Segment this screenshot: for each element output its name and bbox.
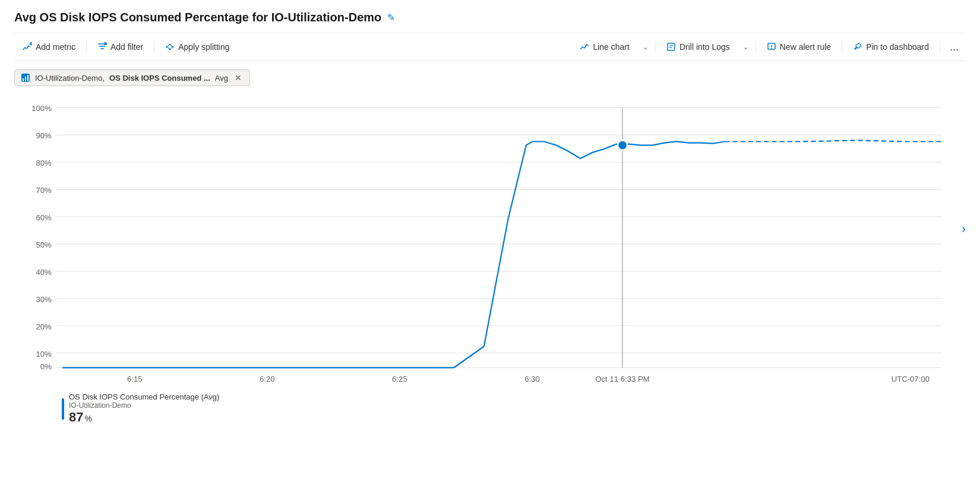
legend-title: OS Disk IOPS Consumed Percentage (Avg) [69, 392, 219, 401]
svg-point-8 [169, 49, 171, 50]
add-metric-icon [23, 42, 32, 52]
svg-text:6:20: 6:20 [260, 375, 275, 383]
add-metric-button[interactable]: Add metric [14, 33, 84, 61]
svg-text:10%: 10% [36, 350, 52, 359]
svg-text:50%: 50% [36, 240, 52, 249]
legend-value: 87 % [69, 410, 219, 425]
svg-point-9 [172, 46, 174, 48]
legend-area: OS Disk IOPS Consumed Percentage (Avg) I… [14, 392, 966, 425]
toolbar-right: Line chart ⌄ Drill into Logs ⌄ [571, 41, 966, 53]
line-chart-dropdown: Line chart ⌄ [571, 42, 652, 52]
drill-into-logs-label: Drill into Logs [679, 42, 730, 52]
new-alert-rule-button[interactable]: New alert rule [758, 42, 839, 52]
apply-splitting-icon [165, 42, 175, 52]
add-filter-button[interactable]: Add filter [89, 33, 151, 61]
svg-point-7 [169, 44, 171, 46]
more-button[interactable]: ... [943, 41, 966, 53]
separator-6 [940, 41, 940, 53]
line-chart-dropdown-arrow[interactable]: ⌄ [638, 43, 653, 51]
pin-to-dashboard-icon [853, 42, 862, 52]
svg-line-13 [171, 47, 172, 49]
legend-number: 87 [69, 410, 83, 425]
apply-splitting-button[interactable]: Apply splitting [157, 33, 238, 61]
separator-1 [86, 41, 87, 53]
svg-text:90%: 90% [36, 131, 52, 140]
svg-text:6:30: 6:30 [524, 375, 540, 383]
svg-text:0%: 0% [40, 362, 52, 371]
pin-to-dashboard-label: Pin to dashboard [866, 42, 929, 52]
line-chart-button[interactable]: Line chart [571, 42, 637, 52]
svg-rect-14 [668, 43, 675, 50]
toolbar: Add metric Add filter [14, 33, 966, 61]
more-dots: ... [950, 41, 959, 53]
svg-rect-22 [23, 78, 24, 81]
svg-rect-23 [25, 77, 26, 81]
line-chart-label: Line chart [593, 42, 629, 52]
svg-text:20%: 20% [36, 322, 52, 331]
svg-text:60%: 60% [36, 213, 52, 222]
svg-text:Oct 11 6:33 PM: Oct 11 6:33 PM [595, 375, 650, 383]
add-metric-label: Add metric [36, 42, 75, 52]
add-filter-label: Add filter [110, 42, 143, 52]
line-chart-icon [580, 42, 589, 52]
new-alert-rule-icon [767, 42, 776, 52]
pin-to-dashboard-button[interactable]: Pin to dashboard [845, 42, 937, 52]
metric-tag-resource: IO-Utilization-Demo, [35, 74, 105, 83]
svg-text:30%: 30% [36, 295, 52, 304]
new-alert-rule-label: New alert rule [780, 42, 831, 52]
legend-row: OS Disk IOPS Consumed Percentage (Avg) I… [62, 392, 966, 425]
separator-3 [655, 41, 656, 53]
svg-text:80%: 80% [36, 159, 52, 167]
drill-into-logs-dropdown: Drill into Logs ⌄ [658, 42, 753, 52]
page-title: Avg OS Disk IOPS Consumed Percentage for… [14, 11, 381, 24]
drill-into-logs-icon [666, 42, 676, 52]
apply-splitting-label: Apply splitting [178, 42, 229, 52]
metric-tag-icon [21, 73, 30, 83]
svg-text:70%: 70% [36, 186, 52, 195]
svg-rect-24 [27, 75, 29, 81]
svg-line-12 [171, 45, 172, 46]
data-point [618, 140, 627, 150]
chart-svg: 100% 90% 80% 70% 60% 50% 40% 30% 20% 10%… [14, 98, 966, 389]
svg-text:6:15: 6:15 [127, 375, 143, 383]
metric-tag-close-button[interactable]: ✕ [233, 72, 244, 83]
svg-text:100%: 100% [31, 104, 52, 113]
legend-text: OS Disk IOPS Consumed Percentage (Avg) I… [69, 392, 219, 425]
svg-text:40%: 40% [36, 268, 52, 277]
svg-text:UTC-07:00: UTC-07:00 [892, 375, 930, 383]
svg-text:6:25: 6:25 [392, 375, 407, 383]
legend-unit: % [84, 414, 91, 423]
separator-2 [154, 41, 154, 53]
title-row: Avg OS Disk IOPS Consumed Percentage for… [14, 11, 966, 24]
drill-into-logs-button[interactable]: Drill into Logs [658, 42, 738, 52]
drill-logs-dropdown-arrow[interactable]: ⌄ [738, 43, 753, 51]
metric-tag-metric: OS Disk IOPS Consumed ... [109, 74, 210, 83]
separator-5 [842, 41, 842, 53]
legend-subtitle: IO-Utilization-Demo [69, 401, 219, 410]
metric-tag[interactable]: IO-Utilization-Demo, OS Disk IOPS Consum… [14, 69, 250, 86]
add-filter-icon [97, 42, 107, 52]
separator-4 [755, 41, 756, 53]
legend-color-bar [62, 398, 64, 420]
svg-point-19 [771, 48, 772, 49]
metric-tag-aggregation: Avg [215, 74, 228, 83]
chart-area: 100% 90% 80% 70% 60% 50% 40% 30% 20% 10%… [14, 98, 966, 389]
svg-point-6 [166, 46, 168, 48]
svg-line-10 [168, 45, 169, 46]
edit-icon[interactable]: ✎ [387, 12, 395, 23]
svg-line-11 [168, 47, 169, 49]
chart-nav-right-button[interactable]: › [962, 221, 966, 237]
